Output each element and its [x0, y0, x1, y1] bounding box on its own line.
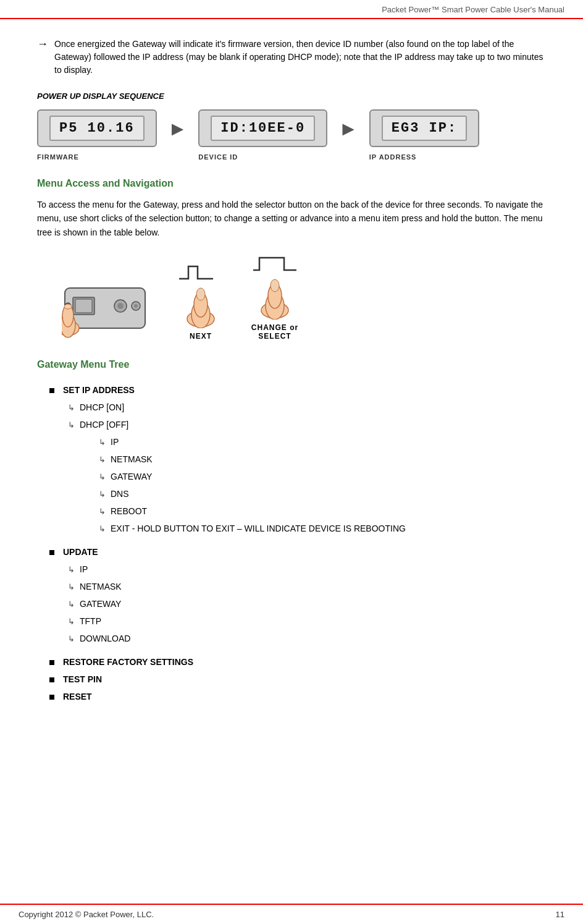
exit-label: EXIT - HOLD BUTTON TO EXIT – WILL INDICA… — [111, 520, 406, 537]
bullet-set-ip — [49, 388, 54, 393]
device-svg — [62, 279, 151, 341]
update-ip-item: ↳ IP — [68, 561, 546, 578]
page-content: → Once energized the Gateway will indica… — [0, 19, 583, 724]
arrow-update-ip: ↳ — [68, 562, 75, 578]
firmware-display-value: P5 10.16 — [49, 116, 145, 141]
update-netmask-label: NETMASK — [80, 578, 122, 595]
ip-display-box: EG3 IP: — [369, 109, 479, 147]
next-finger-svg — [179, 285, 222, 328]
menu-item-test-pin: TEST PIN — [49, 671, 546, 688]
reset-label: RESET — [63, 688, 92, 705]
arrow-update-netmask: ↳ — [68, 579, 75, 595]
page-footer: Copyright 2012 © Packet Power, LLC. 11 — [0, 904, 583, 924]
update-tftp-label: TFTP — [80, 612, 101, 630]
device-id-display-wrap: ID:10EE-0 DEVICE ID — [198, 109, 327, 161]
bullet-restore — [49, 660, 54, 665]
dns-item: ↳ DNS — [99, 485, 546, 502]
header-title: Packet Power™ Smart Power Cable User's M… — [382, 5, 564, 14]
next-pulse-svg — [176, 260, 225, 285]
power-up-label: POWER UP DISPLAY SEQUENCE — [37, 91, 546, 101]
menu-item-set-ip: SET IP ADDRESS — [49, 381, 546, 399]
update-ip-label: IP — [80, 561, 88, 578]
svg-rect-2 — [75, 299, 92, 313]
next-label: NEXT — [190, 332, 212, 341]
change-finger-svg — [253, 276, 296, 320]
arrow-update-download: ↳ — [68, 631, 75, 647]
update-tftp-item: ↳ TFTP — [68, 612, 546, 630]
svg-point-4 — [117, 303, 124, 309]
menu-item-restore: RESTORE FACTORY SETTINGS — [49, 653, 546, 671]
menu-access-body: To access the menu for the Gateway, pres… — [37, 198, 546, 239]
ip-label: IP — [111, 433, 119, 451]
ip-item: ↳ IP — [99, 433, 546, 451]
dhcp-on-item: ↳ DHCP [ON] — [68, 399, 546, 416]
restore-label: RESTORE FACTORY SETTINGS — [63, 653, 193, 671]
ip-display-value: EG3 IP: — [382, 116, 467, 141]
update-netmask-item: ↳ NETMASK — [68, 578, 546, 595]
update-download-label: DOWNLOAD — [80, 630, 130, 647]
button-diagrams: NEXT CHANGE or SELECT — [62, 252, 546, 341]
update-submenu: ↳ IP ↳ NETMASK ↳ GATEWAY ↳ TFTP ↳ DOWNLO… — [68, 561, 546, 647]
bullet-reset — [49, 695, 54, 700]
dns-label: DNS — [111, 485, 129, 502]
update-download-item: ↳ DOWNLOAD — [68, 630, 546, 647]
menu-access-heading: Menu Access and Navigation — [37, 178, 546, 189]
menu-item-update: UPDATE — [49, 543, 546, 561]
arrow-icon: → — [37, 38, 48, 77]
change-select-label: CHANGE or SELECT — [251, 323, 298, 341]
menu-item-reset: RESET — [49, 688, 546, 705]
exit-item: ↳ EXIT - HOLD BUTTON TO EXIT – WILL INDI… — [99, 520, 546, 537]
ip-display-label: IP ADDRESS — [369, 153, 417, 161]
update-gateway-label: GATEWAY — [80, 595, 121, 612]
arrow-update-gateway: ↳ — [68, 596, 75, 612]
svg-point-19 — [271, 279, 279, 292]
intro-text: Once energized the Gateway will indicate… — [54, 38, 546, 77]
arrow-right-1: ► — [168, 117, 188, 140]
ip-display-wrap: EG3 IP: IP ADDRESS — [369, 109, 479, 161]
svg-point-15 — [196, 288, 205, 300]
footer-page-number: 11 — [556, 910, 564, 919]
arrow-ip: ↳ — [99, 434, 106, 451]
arrow-reboot: ↳ — [99, 504, 106, 520]
arrow-dhcp-off: ↳ — [68, 417, 75, 433]
arrow-dhcp-on: ↳ — [68, 400, 75, 416]
arrow-exit: ↳ — [99, 521, 106, 537]
dhcp-off-submenu: ↳ IP ↳ NETMASK ↳ GATEWAY ↳ DNS ↳ REBOO — [99, 433, 546, 537]
arrow-update-tftp: ↳ — [68, 614, 75, 630]
device-id-display-box: ID:10EE-0 — [198, 109, 327, 147]
dhcp-off-item: ↳ DHCP [OFF] — [68, 416, 546, 433]
footer-copyright: Copyright 2012 © Packet Power, LLC. — [19, 910, 154, 919]
intro-paragraph: → Once energized the Gateway will indica… — [37, 38, 546, 77]
arrow-gateway: ↳ — [99, 469, 106, 485]
reboot-item: ↳ REBOOT — [99, 502, 546, 520]
menu-tree: SET IP ADDRESS ↳ DHCP [ON] ↳ DHCP [OFF] … — [49, 381, 546, 705]
bullet-update — [49, 550, 54, 555]
update-label: UPDATE — [63, 543, 98, 561]
dhcp-on-label: DHCP [ON] — [80, 399, 124, 416]
change-pulse-svg — [250, 252, 300, 276]
device-id-display-label: DEVICE ID — [198, 153, 238, 161]
gateway-label: GATEWAY — [111, 468, 152, 485]
test-pin-label: TEST PIN — [63, 671, 102, 688]
firmware-display-box: P5 10.16 — [37, 109, 157, 147]
arrow-dns: ↳ — [99, 486, 106, 502]
firmware-display-wrap: P5 10.16 FIRMWARE — [37, 109, 157, 161]
set-ip-label: SET IP ADDRESS — [63, 381, 135, 399]
gateway-menu-heading: Gateway Menu Tree — [37, 359, 546, 370]
arrow-right-2: ► — [338, 117, 358, 140]
reboot-label: REBOOT — [111, 502, 147, 520]
display-sequence: P5 10.16 FIRMWARE ► ID:10EE-0 DEVICE ID … — [37, 109, 546, 161]
device-illustration — [62, 279, 151, 341]
update-gateway-item: ↳ GATEWAY — [68, 595, 546, 612]
bullet-test-pin — [49, 677, 54, 682]
svg-point-11 — [64, 304, 72, 309]
set-ip-submenu: ↳ DHCP [ON] ↳ DHCP [OFF] ↳ IP ↳ NETMASK … — [68, 399, 546, 537]
change-select-button-diagram: CHANGE or SELECT — [250, 252, 300, 341]
netmask-item: ↳ NETMASK — [99, 451, 546, 468]
svg-point-6 — [134, 304, 138, 308]
gateway-item: ↳ GATEWAY — [99, 468, 546, 485]
netmask-label: NETMASK — [111, 451, 153, 468]
device-id-display-value: ID:10EE-0 — [211, 116, 315, 141]
page-header: Packet Power™ Smart Power Cable User's M… — [0, 0, 583, 19]
arrow-netmask: ↳ — [99, 452, 106, 468]
